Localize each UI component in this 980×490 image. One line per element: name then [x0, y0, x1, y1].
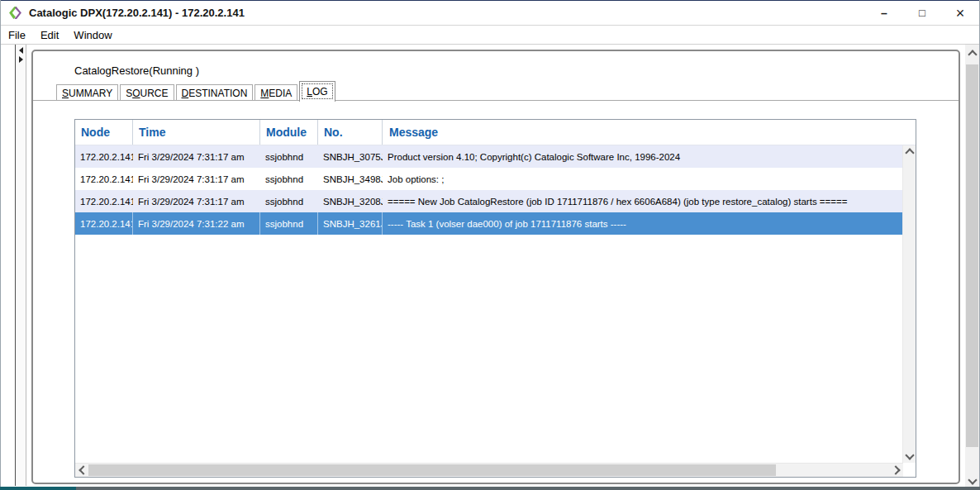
table-row[interactable]: 172.20.2.141Fri 3/29/2024 7:31:22 amssjo…	[75, 212, 903, 235]
cell-time: Fri 3/29/2024 7:31:22 am	[133, 212, 260, 235]
cell-node: 172.20.2.141	[75, 212, 133, 235]
job-title: CatalogRestore(Running )	[74, 64, 199, 77]
table-scroll-down-button[interactable]	[903, 450, 916, 463]
window-controls: – □ ×	[865, 1, 979, 25]
cell-node: 172.20.2.141	[75, 190, 133, 212]
cell-no: SNBJH_3498J	[318, 168, 383, 190]
cell-message: Product version 4.10; Copyright(c) Catal…	[383, 145, 903, 168]
cell-time: Fri 3/29/2024 7:31:17 am	[133, 190, 260, 212]
cell-no: SNBJH_3261J	[318, 212, 383, 235]
tab-log[interactable]: LOG	[299, 81, 335, 102]
page-vertical-scrollbar[interactable]	[965, 45, 979, 490]
pane-splitter[interactable]	[16, 45, 26, 486]
log-table: Node Time Module No. Message 172.20.2.14…	[74, 119, 916, 478]
tab-source[interactable]: SOURCE	[120, 84, 174, 100]
workspace: CatalogRestore(Running ) SUMMARY SOURCE …	[1, 45, 979, 490]
table-scroll-up-button[interactable]	[903, 145, 916, 158]
table-vertical-scrollbar[interactable]	[902, 145, 916, 463]
cell-module: ssjobhnd	[260, 145, 318, 168]
tab-destination[interactable]: DESTINATION	[176, 84, 254, 100]
left-collapsed-pane	[1, 45, 16, 486]
cell-node: 172.20.2.141	[75, 168, 133, 190]
chevron-left-icon	[78, 465, 88, 474]
splitter-collapse-left-icon[interactable]	[19, 47, 23, 54]
column-header-no[interactable]: No.	[318, 120, 383, 145]
table-scroll-right-button[interactable]	[890, 464, 903, 477]
cell-message: Job options: ;	[383, 168, 903, 190]
tab-strip-baseline	[33, 100, 959, 101]
table-scroll-left-button[interactable]	[75, 464, 88, 477]
minimize-button[interactable]: –	[865, 1, 903, 25]
menu-window[interactable]: Window	[66, 27, 119, 43]
tab-media[interactable]: MEDIA	[255, 84, 297, 100]
table-horizontal-scroll-thumb[interactable]	[88, 464, 776, 476]
cell-message: ===== New Job CatalogRestore (job ID 171…	[383, 190, 903, 212]
log-table-header: Node Time Module No. Message	[75, 120, 916, 145]
cell-node: 172.20.2.141	[75, 145, 133, 168]
table-row[interactable]: 172.20.2.141Fri 3/29/2024 7:31:17 amssjo…	[75, 190, 903, 212]
column-header-message[interactable]: Message	[383, 120, 916, 145]
cell-no: SNBJH_3075J	[318, 145, 383, 168]
menu-bar: File Edit Window	[1, 26, 979, 45]
column-header-module[interactable]: Module	[260, 120, 318, 145]
maximize-button[interactable]: □	[903, 1, 941, 25]
cell-module: ssjobhnd	[260, 190, 318, 212]
cell-message: ----- Task 1 (volser dae000) of job 1711…	[383, 212, 903, 235]
table-horizontal-scrollbar[interactable]	[75, 463, 903, 477]
cell-module: ssjobhnd	[260, 212, 318, 235]
chevron-right-icon	[891, 465, 900, 474]
tab-summary[interactable]: SUMMARY	[56, 84, 118, 100]
column-header-node[interactable]: Node	[75, 120, 133, 145]
table-row[interactable]: 172.20.2.141Fri 3/29/2024 7:31:17 amssjo…	[75, 168, 903, 190]
splitter-expand-right-icon[interactable]	[19, 56, 23, 63]
chevron-down-icon	[905, 450, 914, 459]
menu-file[interactable]: File	[1, 27, 33, 43]
tab-strip: SUMMARY SOURCE DESTINATION MEDIA LOG	[56, 83, 337, 100]
column-header-time[interactable]: Time	[133, 120, 260, 145]
job-monitor-panel: CatalogRestore(Running ) SUMMARY SOURCE …	[31, 50, 960, 484]
scrollbar-corner	[903, 464, 916, 477]
chevron-down-icon	[968, 475, 977, 484]
log-table-body: 172.20.2.141Fri 3/29/2024 7:31:17 amssjo…	[75, 145, 903, 463]
cell-time: Fri 3/29/2024 7:31:17 am	[133, 168, 260, 190]
bottom-window-edge	[0, 487, 980, 490]
page-scroll-up-button[interactable]	[965, 46, 979, 60]
cell-module: ssjobhnd	[260, 168, 318, 190]
page-vertical-scroll-thumb[interactable]	[966, 64, 978, 447]
window-title: Catalogic DPX(172.20.2.141) - 172.20.2.1…	[29, 7, 245, 19]
close-button[interactable]: ×	[941, 1, 979, 25]
chevron-up-icon	[905, 148, 914, 157]
cell-time: Fri 3/29/2024 7:31:17 am	[133, 145, 260, 168]
table-row[interactable]: 172.20.2.141Fri 3/29/2024 7:31:17 amssjo…	[75, 145, 903, 168]
chevron-up-icon	[968, 50, 977, 59]
bottom-window-edge-accent	[0, 487, 76, 490]
title-bar: Catalogic DPX(172.20.2.141) - 172.20.2.1…	[1, 1, 979, 26]
app-logo-icon[interactable]	[8, 6, 22, 20]
cell-no: SNBJH_3208J	[318, 190, 383, 212]
menu-edit[interactable]: Edit	[33, 27, 66, 43]
